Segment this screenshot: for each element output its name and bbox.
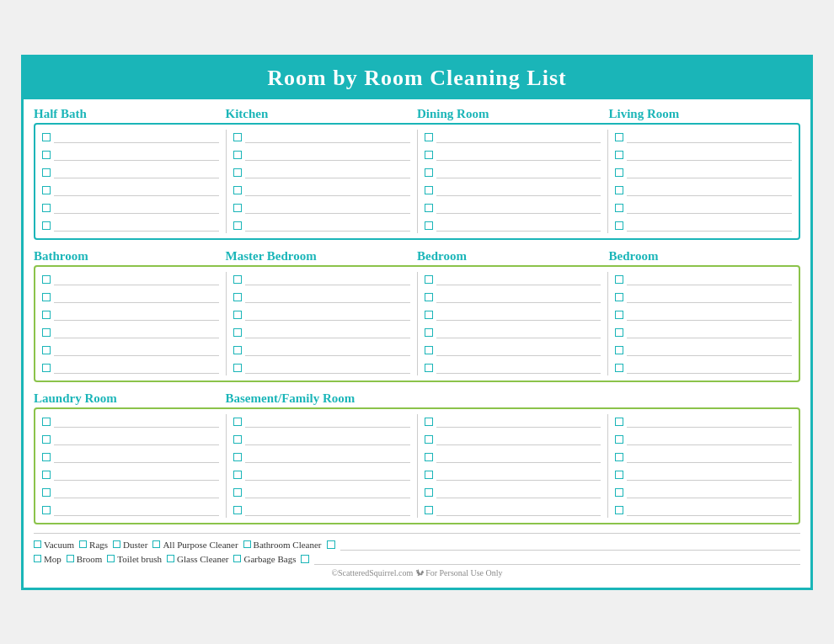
- checkbox[interactable]: [425, 204, 433, 212]
- checkbox[interactable]: [615, 311, 623, 319]
- checkbox[interactable]: [425, 328, 433, 337]
- checkbox[interactable]: [233, 275, 242, 284]
- checkbox[interactable]: [42, 328, 51, 337]
- checkbox[interactable]: [233, 328, 242, 337]
- checkbox[interactable]: [615, 221, 623, 230]
- checkbox[interactable]: [42, 168, 51, 177]
- list-item: [425, 485, 601, 500]
- checkbox[interactable]: [233, 506, 242, 514]
- checkbox[interactable]: [615, 168, 623, 177]
- checkbox[interactable]: [615, 204, 623, 212]
- list-item: [233, 432, 410, 447]
- divider: [417, 414, 418, 518]
- checkbox[interactable]: [233, 418, 242, 426]
- checkbox[interactable]: [233, 293, 242, 301]
- checkbox[interactable]: [425, 293, 433, 301]
- checkbox[interactable]: [425, 221, 433, 230]
- list-item: [233, 450, 410, 465]
- checkbox[interactable]: [42, 151, 51, 159]
- checkbox[interactable]: [615, 328, 623, 337]
- checkbox[interactable]: [42, 133, 51, 141]
- list-item: [425, 343, 601, 358]
- checkbox[interactable]: [42, 204, 51, 212]
- checkbox[interactable]: [233, 488, 242, 497]
- checkbox-extra2[interactable]: [301, 555, 309, 563]
- checkbox[interactable]: [425, 418, 433, 426]
- checkbox[interactable]: [42, 471, 51, 479]
- checkbox[interactable]: [233, 346, 242, 354]
- list-item: [233, 325, 410, 340]
- checkbox[interactable]: [615, 453, 623, 461]
- supply-rags: Rags: [79, 540, 108, 550]
- checkbox[interactable]: [615, 418, 623, 426]
- checkbox[interactable]: [615, 186, 623, 194]
- checkbox[interactable]: [233, 311, 242, 319]
- checkbox-all-purpose[interactable]: [152, 540, 160, 548]
- supply-toilet-brush: Toilet brush: [107, 554, 162, 564]
- checkbox[interactable]: [233, 221, 242, 230]
- section1-box: [34, 123, 800, 240]
- checkbox-vacuum[interactable]: [34, 540, 41, 548]
- checkbox[interactable]: [425, 186, 433, 194]
- checkbox[interactable]: [615, 488, 623, 497]
- checkbox[interactable]: [233, 151, 242, 159]
- checkbox[interactable]: [42, 311, 51, 319]
- checkbox[interactable]: [42, 364, 51, 372]
- checkbox[interactable]: [233, 453, 242, 461]
- list-item: [42, 218, 219, 233]
- checkbox-mop[interactable]: [34, 555, 41, 562]
- checkbox[interactable]: [42, 293, 51, 301]
- checkbox[interactable]: [425, 471, 433, 479]
- checkbox-toilet-brush[interactable]: [107, 555, 115, 562]
- checkbox[interactable]: [425, 364, 433, 372]
- checkbox[interactable]: [233, 435, 242, 444]
- checkbox-broom[interactable]: [67, 555, 74, 562]
- checkbox-extra1[interactable]: [327, 540, 335, 549]
- checkbox[interactable]: [42, 275, 51, 284]
- checkbox[interactable]: [615, 471, 623, 479]
- checkbox[interactable]: [42, 506, 51, 514]
- checkbox-duster[interactable]: [113, 540, 120, 548]
- checkbox[interactable]: [42, 453, 51, 461]
- checkbox[interactable]: [42, 186, 51, 194]
- title-kitchen: Kitchen: [226, 106, 418, 121]
- checkbox[interactable]: [425, 453, 433, 461]
- checkbox[interactable]: [42, 221, 51, 230]
- checkbox[interactable]: [615, 346, 623, 354]
- checkbox-rags[interactable]: [79, 540, 87, 548]
- checkbox[interactable]: [615, 275, 623, 284]
- checkbox[interactable]: [233, 133, 242, 141]
- checkbox[interactable]: [425, 275, 433, 284]
- checkbox[interactable]: [233, 471, 242, 479]
- checkbox[interactable]: [425, 151, 433, 159]
- col-living-room: [615, 130, 792, 233]
- checkbox[interactable]: [42, 488, 51, 497]
- checkbox[interactable]: [42, 418, 51, 426]
- col-bathroom: [42, 272, 219, 375]
- checkbox[interactable]: [425, 488, 433, 497]
- checkbox-garbage-bags[interactable]: [233, 555, 241, 562]
- checkbox[interactable]: [233, 168, 242, 177]
- checkbox[interactable]: [425, 311, 433, 319]
- checkbox[interactable]: [425, 168, 433, 177]
- checkbox[interactable]: [425, 435, 433, 444]
- checkbox[interactable]: [425, 506, 433, 514]
- checkbox-glass-cleaner[interactable]: [167, 555, 174, 562]
- checkbox[interactable]: [615, 133, 623, 141]
- checkbox[interactable]: [233, 186, 242, 194]
- list-item: [42, 503, 219, 518]
- checkbox[interactable]: [425, 346, 433, 354]
- checkbox[interactable]: [42, 435, 51, 444]
- header: Room by Room Cleaning List: [24, 57, 810, 99]
- checkbox-bathroom-cleaner[interactable]: [243, 540, 251, 548]
- checkbox[interactable]: [615, 151, 623, 159]
- checkbox[interactable]: [42, 346, 51, 354]
- checkbox[interactable]: [615, 364, 623, 372]
- checkbox[interactable]: [233, 204, 242, 212]
- col-laundry: [42, 414, 219, 518]
- checkbox[interactable]: [425, 133, 433, 141]
- checkbox[interactable]: [233, 364, 242, 372]
- checkbox[interactable]: [615, 435, 623, 444]
- checkbox[interactable]: [615, 506, 623, 514]
- checkbox[interactable]: [615, 293, 623, 301]
